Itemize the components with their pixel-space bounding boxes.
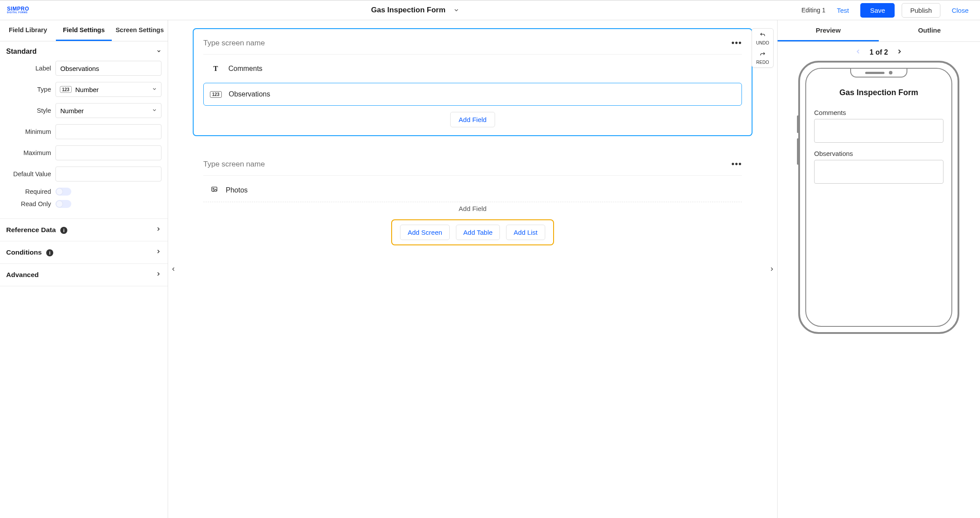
field-label: Photos	[226, 186, 248, 194]
topbar-center: Gas Inspection Form	[34, 6, 796, 15]
label-minimum: Minimum	[6, 128, 51, 135]
screen-menu-button[interactable]: •••	[731, 159, 742, 169]
add-field-button[interactable]: Add Field	[450, 112, 495, 127]
field-row[interactable]: T Comments	[203, 57, 742, 80]
preview-form-title: Gas Inspection Form	[814, 88, 943, 97]
topbar: SIMPRO DIGITAL FORMS Gas Inspection Form…	[0, 0, 980, 20]
label-style: Style	[6, 107, 51, 114]
add-screen-button[interactable]: Add Screen	[400, 225, 449, 240]
undo-redo-box: UNDO REDO	[752, 28, 774, 68]
screen-name-input[interactable]	[203, 160, 634, 169]
info-icon: i	[60, 227, 67, 234]
info-icon: i	[46, 249, 53, 256]
add-bar: Add Screen Add Table Add List	[391, 219, 554, 245]
screen-menu-button[interactable]: •••	[731, 38, 742, 48]
section-standard-title: Standard	[6, 48, 37, 56]
redo-label: REDO	[752, 60, 773, 67]
label-default-value: Default Value	[6, 170, 51, 178]
label-type: Type	[6, 86, 51, 93]
text-icon: T	[210, 65, 221, 73]
label-read-only: Read Only	[6, 200, 51, 207]
left-panel: Field Library Field Settings Screen Sett…	[0, 20, 168, 518]
phone-inner: Gas Inspection Form Comments Observation…	[805, 68, 952, 327]
type-select[interactable]	[55, 82, 161, 97]
section-reference-data[interactable]: Reference Data i	[0, 219, 168, 241]
screen-name-input[interactable]	[203, 39, 634, 48]
add-table-button[interactable]: Add Table	[456, 225, 500, 240]
logo-main: SIMPRO	[7, 7, 29, 11]
chevron-right-icon	[155, 271, 161, 279]
phone-notch	[850, 69, 907, 78]
chevron-right-icon	[155, 248, 161, 256]
form-title: Gas Inspection Form	[371, 6, 445, 15]
chevron-down-icon	[156, 48, 161, 56]
form-title-dropdown[interactable]	[453, 7, 459, 13]
row-type: Type 123	[6, 82, 161, 97]
row-style: Style	[6, 103, 161, 118]
preview-field-input[interactable]	[814, 119, 943, 143]
required-toggle[interactable]	[55, 188, 71, 196]
field-label: Observations	[229, 90, 270, 98]
center-panel: UNDO REDO ••• T Comments 123 Observation…	[168, 20, 778, 518]
camera-icon	[889, 71, 892, 74]
row-default-value: Default Value	[6, 166, 161, 181]
undo-button[interactable]	[752, 29, 773, 41]
tab-field-settings[interactable]: Field Settings	[56, 20, 112, 41]
undo-label: UNDO	[752, 41, 773, 48]
preview-field-input[interactable]	[814, 160, 943, 184]
add-list-button[interactable]: Add List	[506, 225, 545, 240]
editing-status: Editing 1	[801, 7, 825, 14]
section-standard-header[interactable]: Standard	[0, 41, 168, 61]
right-panel: Preview Outline 1 of 2 Gas Inspec	[778, 20, 980, 518]
add-field-button[interactable]: Add Field	[203, 202, 742, 219]
collapse-right-button[interactable]	[767, 260, 776, 278]
label-required: Required	[6, 188, 51, 195]
label-label: Label	[6, 65, 51, 72]
phone-content: Gas Inspection Form Comments Observation…	[806, 69, 951, 199]
logo: SIMPRO DIGITAL FORMS	[7, 7, 29, 14]
redo-button[interactable]	[752, 48, 773, 60]
save-button[interactable]: Save	[860, 3, 895, 18]
row-maximum: Maximum	[6, 145, 161, 160]
left-tabs: Field Library Field Settings Screen Sett…	[0, 20, 168, 41]
screen-header: •••	[203, 159, 742, 169]
section-advanced[interactable]: Advanced	[0, 264, 168, 286]
test-button[interactable]: Test	[833, 4, 854, 17]
number-icon: 123	[210, 91, 222, 98]
pager-next-button[interactable]	[896, 48, 903, 56]
image-icon	[210, 186, 219, 194]
close-button[interactable]: Close	[947, 4, 973, 17]
screen-card[interactable]: ••• T Comments 123 Observations Add Fiel…	[193, 28, 752, 136]
chevron-right-icon	[155, 226, 161, 234]
field-row[interactable]: 123 Observations	[203, 83, 742, 106]
maximum-input[interactable]	[55, 145, 161, 160]
row-label: Label	[6, 61, 161, 76]
label-input[interactable]	[55, 61, 161, 76]
collapse-left-button[interactable]	[169, 260, 178, 278]
topbar-right: Editing 1 Test Save Publish Close	[801, 3, 973, 18]
read-only-toggle[interactable]	[55, 200, 71, 208]
screen-header: •••	[203, 38, 742, 48]
preview-pager: 1 of 2	[778, 42, 980, 59]
phone-frame: Gas Inspection Form Comments Observation…	[798, 61, 959, 334]
minimum-input[interactable]	[55, 124, 161, 139]
screen-card[interactable]: ••• Photos Add Field Add Screen Add Tabl…	[193, 149, 752, 254]
section-conditions[interactable]: Conditions i	[0, 241, 168, 264]
section-conditions-label: Conditions	[6, 248, 42, 256]
default-value-input[interactable]	[55, 166, 161, 181]
section-standard-body: Label Type 123 Style	[0, 61, 168, 219]
row-read-only: Read Only	[6, 200, 161, 208]
tab-preview[interactable]: Preview	[778, 20, 879, 41]
pager-prev-button[interactable]	[855, 48, 862, 56]
field-list: T Comments 123 Observations	[203, 54, 742, 106]
style-select[interactable]	[55, 103, 161, 118]
publish-button[interactable]: Publish	[902, 3, 940, 18]
svg-point-1	[213, 188, 214, 189]
tab-outline[interactable]: Outline	[879, 20, 980, 41]
logo-sub: DIGITAL FORMS	[7, 11, 29, 14]
field-row[interactable]: Photos	[203, 178, 742, 202]
right-tabs: Preview Outline	[778, 20, 980, 42]
speaker-icon	[865, 72, 885, 74]
tab-field-library[interactable]: Field Library	[0, 20, 56, 41]
tab-screen-settings[interactable]: Screen Settings	[112, 20, 168, 41]
